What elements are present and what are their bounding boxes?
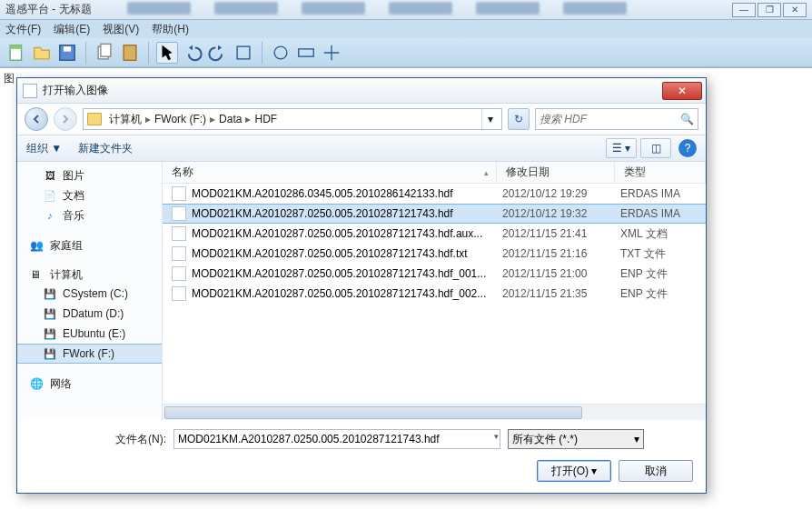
menu-edit[interactable]: 编辑(E)	[54, 22, 90, 37]
music-icon: ♪	[43, 209, 57, 222]
sidebar-computer[interactable]: 🖥计算机	[17, 265, 162, 284]
tb-new-icon[interactable]	[5, 42, 27, 64]
file-icon	[172, 226, 186, 241]
cancel-button[interactable]: 取消	[619, 460, 693, 482]
file-row[interactable]: MOD021KM.A2010287.0250.005.2010287121743…	[163, 224, 706, 244]
chevron-down-icon: ▾	[634, 433, 639, 445]
file-icon	[172, 286, 186, 301]
refresh-button[interactable]: ↻	[508, 108, 530, 130]
network-icon: 🌐	[30, 377, 45, 390]
nav-forward-button[interactable]	[54, 107, 77, 131]
file-header: 名称▴ 修改日期 类型	[163, 162, 706, 184]
col-modified[interactable]: 修改日期	[497, 162, 615, 183]
close-button[interactable]: ✕	[783, 3, 807, 17]
tb-pointer-icon[interactable]	[156, 42, 178, 64]
filename-dropdown[interactable]: ▾	[494, 432, 499, 441]
file-row[interactable]: MOD021KM.A2010287.0250.005.2010287121743…	[163, 264, 706, 284]
search-box[interactable]: 🔍	[535, 108, 698, 130]
address-dropdown[interactable]: ▾	[481, 109, 498, 129]
file-row[interactable]: MOD021KM.A2010287.0250.005.2010287121743…	[163, 244, 706, 264]
menu-view[interactable]: 视图(V)	[103, 22, 139, 37]
tb-redo-icon[interactable]	[207, 42, 229, 64]
filename-input[interactable]	[173, 429, 500, 449]
sidebar-homegroup[interactable]: 👥家庭组	[17, 236, 162, 255]
crumb-folder-data[interactable]: Data	[215, 113, 245, 125]
col-type[interactable]: 类型	[615, 162, 706, 183]
nav-row: 计算机 ▸ FWork (F:) ▸ Data ▸ HDF ▾ ↻ 🔍	[17, 104, 706, 135]
file-icon	[172, 266, 186, 281]
crumb-drive[interactable]: FWork (F:)	[151, 113, 210, 125]
file-icon	[172, 186, 186, 201]
documents-icon: 📄	[43, 189, 57, 202]
tb-tool2-icon[interactable]	[270, 42, 292, 64]
file-row[interactable]: MOD021KM.A2010287.0250.005.2010287121743…	[163, 204, 706, 224]
maximize-button[interactable]: ❐	[758, 3, 781, 17]
svg-rect-6	[124, 45, 136, 60]
menubar: 文件(F) 编辑(E) 视图(V) 帮助(H)	[0, 20, 812, 38]
dialog-titlebar: 打开输入图像 ✕	[17, 78, 706, 104]
horizontal-scrollbar[interactable]	[163, 404, 706, 420]
dialog-bottom: 文件名(N): ▾ 所有文件 (*.*)▾ 打开(O) ▾ 取消	[17, 420, 706, 493]
scrollbar-thumb[interactable]	[164, 406, 582, 419]
dialog-close-button[interactable]: ✕	[662, 82, 702, 100]
sidebar-drive[interactable]: 💾EUbuntu (E:)	[17, 324, 162, 344]
document-icon	[23, 84, 37, 98]
tb-open-icon[interactable]	[31, 42, 53, 64]
tb-undo-icon[interactable]	[182, 42, 203, 64]
address-bar[interactable]: 计算机 ▸ FWork (F:) ▸ Data ▸ HDF ▾	[83, 108, 502, 130]
sidebar-item-music[interactable]: ♪音乐	[17, 205, 162, 225]
search-icon: 🔍	[680, 113, 694, 125]
file-row[interactable]: MOD021KM.A2010287.0250.005.2010287121743…	[163, 284, 706, 304]
organize-menu[interactable]: 组织 ▼	[26, 141, 62, 156]
sidebar-item-documents[interactable]: 📄文档	[17, 185, 162, 205]
filetype-select[interactable]: 所有文件 (*.*)▾	[508, 429, 644, 449]
side-panel-label: 图	[4, 71, 15, 86]
sidebar-drive[interactable]: 💾DDatum (D:)	[17, 304, 162, 324]
sidebar: 🖼图片 📄文档 ♪音乐 👥家庭组 🖥计算机 💾CSystem (C:)💾DDat…	[17, 162, 163, 420]
svg-rect-9	[299, 48, 314, 55]
sidebar-item-pictures[interactable]: 🖼图片	[17, 165, 162, 185]
main-toolbar	[0, 38, 812, 67]
file-list[interactable]: MOD021KM.A2010286.0345.005.2010286142133…	[163, 184, 706, 404]
folder-icon	[87, 113, 102, 125]
nav-back-button[interactable]	[25, 107, 48, 131]
menu-help[interactable]: 帮助(H)	[152, 22, 189, 37]
sidebar-network[interactable]: 🌐网络	[17, 375, 162, 393]
search-input[interactable]	[540, 113, 680, 125]
file-area: 名称▴ 修改日期 类型 MOD021KM.A2010286.0345.005.2…	[163, 162, 706, 420]
dialog-title: 打开输入图像	[43, 83, 108, 98]
tb-tool3-icon[interactable]	[295, 42, 317, 64]
menu-file[interactable]: 文件(F)	[5, 22, 41, 37]
homegroup-icon: 👥	[30, 239, 45, 252]
col-name[interactable]: 名称▴	[163, 162, 497, 183]
crumb-folder-hdf[interactable]: HDF	[251, 113, 281, 125]
file-row[interactable]: MOD021KM.A2010286.0345.005.2010286142133…	[163, 184, 706, 204]
main-title: 遥感平台 - 无标题	[5, 2, 92, 17]
open-button[interactable]: 打开(O) ▾	[537, 460, 611, 482]
tb-paste-icon[interactable]	[119, 42, 141, 64]
drive-icon: 💾	[43, 307, 57, 320]
new-folder-button[interactable]: 新建文件夹	[78, 141, 133, 156]
drive-icon: 💾	[43, 347, 57, 360]
filename-label: 文件名(N):	[30, 432, 166, 447]
tb-tool4-icon[interactable]	[321, 42, 342, 64]
svg-point-8	[274, 46, 287, 59]
tb-copy-icon[interactable]	[94, 42, 115, 64]
background-tabs-blur	[127, 2, 718, 18]
separator	[85, 42, 86, 64]
tb-save-icon[interactable]	[56, 42, 78, 64]
view-mode-button[interactable]: ☰ ▾	[606, 138, 637, 158]
minimize-button[interactable]: —	[732, 3, 756, 17]
sidebar-drive[interactable]: 💾FWork (F:)	[17, 344, 162, 364]
crumb-computer[interactable]: 计算机	[105, 112, 145, 127]
file-open-dialog: 打开输入图像 ✕ 计算机 ▸ FWork (F:) ▸ Data ▸ HDF ▾…	[16, 77, 707, 494]
file-icon	[172, 246, 186, 261]
sidebar-drive[interactable]: 💾CSystem (C:)	[17, 284, 162, 304]
preview-pane-button[interactable]: ◫	[640, 138, 671, 158]
main-titlebar: 遥感平台 - 无标题 — ❐ ✕	[0, 0, 812, 20]
pictures-icon: 🖼	[43, 169, 57, 182]
drive-icon: 💾	[43, 287, 57, 300]
tb-tool1-icon[interactable]	[233, 42, 254, 64]
help-button[interactable]: ?	[678, 139, 697, 157]
svg-rect-7	[237, 46, 250, 59]
